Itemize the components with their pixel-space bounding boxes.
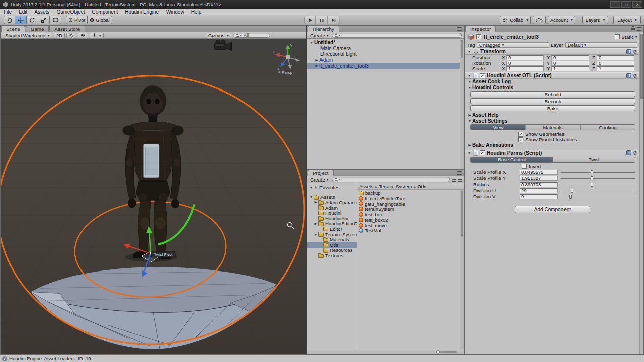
thumbnail-zoom-slider[interactable] [436, 351, 457, 353]
rotation-y-field[interactable]: 0 [551, 61, 589, 66]
scale-y-field[interactable]: 1 [551, 66, 589, 71]
tab-scene[interactable]: Scene [1, 26, 25, 32]
scale-profile-y-field[interactable]: 1.951327 [520, 176, 558, 181]
minimize-button[interactable] [610, 1, 620, 8]
panel-menu-icon[interactable] [457, 171, 462, 175]
tree-item-houdiniapi[interactable]: HoudiniApi [307, 216, 357, 221]
settings-tab-view[interactable]: View [471, 125, 525, 130]
gear-icon[interactable] [633, 73, 638, 78]
project-file-test-move[interactable]: test_move [357, 223, 460, 228]
tree-item-assets[interactable]: Assets [307, 195, 357, 200]
lighting-toggle-button[interactable] [66, 33, 76, 38]
project-files-scrollbar[interactable] [460, 190, 464, 349]
object-name[interactable]: ft_circle_emitter_tool3 [484, 34, 613, 40]
menu-item-gameobject[interactable]: GameObject [53, 9, 88, 15]
zoom-slider-thumb[interactable] [436, 350, 440, 354]
houdini-asset-otl-header[interactable]: Houdini Asset OTL (Script) [465, 72, 639, 79]
tab-project[interactable]: Project [308, 170, 334, 176]
gizmos-dropdown[interactable]: Gizmos [206, 33, 231, 38]
project-type-filter-icon[interactable] [452, 178, 456, 182]
show-geometries-checkbox[interactable] [518, 132, 523, 137]
scale-tool-button[interactable] [38, 16, 50, 24]
tree-item-houdinieditorgui[interactable]: HoudiniEditorGU... [307, 221, 357, 227]
scale-profile-x-field[interactable]: 0.8495575 [520, 170, 558, 175]
help-icon[interactable] [626, 49, 631, 54]
draw-mode-dropdown[interactable]: Shaded Wireframe [3, 33, 52, 38]
gear-icon[interactable] [633, 150, 638, 155]
foldout-open-icon[interactable] [467, 80, 472, 83]
asset-settings-foldout[interactable]: Asset Settings [465, 118, 639, 124]
tab-inspector[interactable]: Inspector [465, 26, 496, 32]
parm-tab-twist[interactable]: Twist [553, 157, 635, 162]
menu-item-component[interactable]: Component [89, 9, 122, 15]
hand-tool-button[interactable] [4, 16, 15, 24]
inspector-lock-icon[interactable] [631, 28, 635, 30]
layout-dropdown[interactable]: Layout [613, 16, 641, 24]
breadcrumb-assets[interactable]: Assets [359, 184, 378, 189]
foldout-open-icon[interactable] [309, 186, 314, 189]
foldout-closed-icon[interactable] [313, 222, 318, 226]
global-toggle-button[interactable]: Global [88, 16, 112, 24]
project-search-input[interactable] [332, 177, 450, 182]
houdini-parms-header[interactable]: Houdini Parms (Script) [465, 150, 639, 156]
project-file-gatu-hangingcable[interactable]: gatu_hangingcable [357, 201, 460, 207]
hierarchy-item-main-camera[interactable]: Main Camera [307, 46, 460, 52]
hierarchy-scrollbar[interactable] [460, 39, 464, 169]
foldout-open-icon[interactable] [467, 119, 472, 123]
recook-button[interactable]: Recook [470, 98, 635, 104]
cloud-button[interactable] [533, 16, 546, 24]
gear-icon[interactable] [633, 49, 638, 54]
hierarchy-search-input[interactable] [332, 33, 462, 38]
panel-menu-icon[interactable] [457, 27, 462, 31]
window-titlebar[interactable]: Unity 2017.2.1f1 Personal (64bit) - Unti… [0, 0, 644, 9]
division-v-field[interactable]: 9 [520, 194, 558, 199]
tab-game[interactable]: Game [26, 26, 49, 32]
effects-dropdown[interactable] [90, 33, 104, 38]
scale-profile-y-slider[interactable] [561, 176, 635, 181]
panel-menu-icon[interactable] [637, 27, 641, 31]
menu-item-assets[interactable]: Assets [31, 9, 53, 15]
project-file-terrainsystem[interactable]: terrainSystem [357, 206, 460, 212]
hierarchy-item-untitled[interactable]: Untitled* [307, 40, 460, 46]
tree-item-resources[interactable]: Resources [307, 248, 357, 253]
foldout-open-icon[interactable] [309, 41, 314, 44]
active-checkbox[interactable] [476, 34, 481, 39]
hierarchy-item-directional-light[interactable]: Directional Light [307, 51, 460, 57]
asset-cook-log-foldout[interactable]: Asset Cook Log [465, 79, 639, 85]
help-icon[interactable] [626, 73, 631, 78]
project-label-filter-icon[interactable] [458, 178, 462, 182]
transform-header[interactable]: Transform [465, 48, 639, 55]
foldout-open-icon[interactable] [313, 233, 318, 236]
parm-tab-base-control[interactable]: Base Control [471, 157, 553, 162]
move-tool-button[interactable] [15, 16, 27, 24]
component-enabled-checkbox[interactable] [480, 150, 485, 155]
foldout-closed-icon[interactable] [314, 64, 319, 68]
bake-button[interactable]: Bake [470, 105, 635, 111]
breadcrumb-terrain-system[interactable]: Terrain_System [379, 184, 417, 189]
tree-item-materials[interactable]: Materials [307, 237, 357, 242]
division-v-slider[interactable] [561, 194, 635, 199]
rotation-x-field[interactable]: 0 [506, 61, 544, 66]
position-y-field[interactable]: 0 [551, 55, 589, 60]
close-button[interactable] [632, 1, 642, 8]
tab-asset-store[interactable]: Asset Store [49, 26, 85, 32]
inspector-scrollbar[interactable] [639, 33, 643, 354]
tree-item-favorites[interactable]: Favorites [307, 185, 357, 190]
radius-slider[interactable] [561, 182, 635, 187]
radius-field[interactable]: 0.890708 [520, 182, 558, 187]
asset-help-foldout[interactable]: Asset Help [465, 112, 639, 118]
tree-item-editor[interactable]: Editor [307, 226, 357, 232]
static-checkbox[interactable] [615, 34, 620, 39]
tab-hierarchy[interactable]: Hierarchy [308, 26, 339, 32]
tree-item-houdini[interactable]: Houdini [307, 210, 357, 216]
foldout-open-icon[interactable] [467, 86, 472, 89]
menu-item-file[interactable]: File [0, 9, 15, 15]
project-file-ft-circleemittertool[interactable]: ft_circleEmitterTool [357, 196, 460, 201]
component-enabled-checkbox[interactable] [480, 73, 485, 78]
position-x-field[interactable]: 0 [506, 55, 544, 60]
foldout-open-icon[interactable] [467, 74, 472, 77]
play-button[interactable] [305, 16, 316, 24]
foldout-open-icon[interactable] [467, 50, 472, 53]
layers-dropdown[interactable]: Layers [582, 16, 608, 24]
hierarchy-item-ft-circle-emitter-tool3[interactable]: ft_circle_emitter_tool3 [307, 63, 460, 69]
